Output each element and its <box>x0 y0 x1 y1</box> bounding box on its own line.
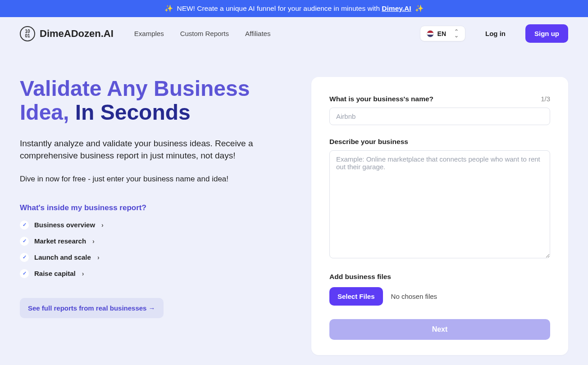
feature-label: Launch and scale <box>34 253 91 261</box>
next-button[interactable]: Next <box>329 319 550 340</box>
logo-icon: 10 01 <box>20 26 35 41</box>
check-icon: ✓ <box>20 221 29 230</box>
business-name-input[interactable] <box>329 108 550 125</box>
check-icon: ✓ <box>20 269 29 278</box>
sparkle-icon: ✨ <box>415 5 424 13</box>
business-description-input[interactable] <box>329 150 550 258</box>
hero-title-emphasis: In Seconds <box>75 100 191 124</box>
feature-label: Market research <box>34 237 86 245</box>
feature-label: Business overview <box>34 221 95 229</box>
nav-examples[interactable]: Examples <box>134 30 164 37</box>
check-icon: ✓ <box>20 237 29 246</box>
brand-logo[interactable]: 10 01 DimeADozen.AI <box>20 26 114 41</box>
site-header: 10 01 DimeADozen.AI Examples Custom Repo… <box>0 17 588 50</box>
sparkle-icon: ✨ <box>164 5 173 13</box>
see-full-reports-button[interactable]: See full reports from real businesses → <box>20 298 164 318</box>
banner-link[interactable]: Dimey.AI <box>382 5 411 12</box>
step-indicator: 1/3 <box>541 95 550 103</box>
nav-affiliates[interactable]: Affiliates <box>245 30 270 37</box>
question-business-name-label: What is your business's name? <box>329 95 433 103</box>
chevron-right-icon: › <box>92 238 95 245</box>
feature-business-overview[interactable]: ✓ Business overview › <box>20 221 293 230</box>
signup-button[interactable]: Sign up <box>525 24 568 43</box>
feature-label: Raise capital <box>34 270 76 277</box>
nav-custom-reports[interactable]: Custom Reports <box>180 30 229 37</box>
file-status-text: No chosen files <box>391 293 438 300</box>
idea-form-card: What is your business's name? 1/3 Descri… <box>311 77 568 355</box>
main-content: Validate Any Business Idea, In Seconds I… <box>0 50 588 365</box>
feature-raise-capital[interactable]: ✓ Raise capital › <box>20 269 293 278</box>
language-selector[interactable]: EN ⌃⌄ <box>420 26 465 41</box>
chevron-right-icon: › <box>97 254 100 261</box>
question-describe-label: Describe your business <box>329 138 550 146</box>
announcement-banner: ✨ NEW! Create a unique AI funnel for you… <box>0 0 588 17</box>
feature-launch-scale[interactable]: ✓ Launch and scale › <box>20 253 293 262</box>
login-link[interactable]: Log in <box>482 25 509 42</box>
chevron-right-icon: › <box>82 270 84 277</box>
add-files-label: Add business files <box>329 273 550 281</box>
brand-name: DimeADozen.AI <box>40 28 114 40</box>
select-files-button[interactable]: Select Files <box>329 287 383 306</box>
feature-market-research[interactable]: ✓ Market research › <box>20 237 293 246</box>
inside-report-heading: What's inside my business report? <box>20 203 293 212</box>
chevron-right-icon: › <box>101 221 104 229</box>
flag-icon <box>427 30 434 37</box>
hero-section: Validate Any Business Idea, In Seconds I… <box>20 77 293 318</box>
banner-text: NEW! Create a unique AI funnel for your … <box>177 5 382 12</box>
hero-cta-text: Dive in now for free - just enter your b… <box>20 175 293 184</box>
hero-title: Validate Any Business Idea, In Seconds <box>20 77 293 125</box>
feature-list: ✓ Business overview › ✓ Market research … <box>20 221 293 278</box>
language-label: EN <box>438 30 446 37</box>
check-icon: ✓ <box>20 253 29 262</box>
chevron-updown-icon: ⌃⌄ <box>454 30 459 37</box>
hero-subtitle: Instantly analyze and validate your busi… <box>20 137 293 162</box>
main-nav: Examples Custom Reports Affiliates <box>134 30 271 37</box>
